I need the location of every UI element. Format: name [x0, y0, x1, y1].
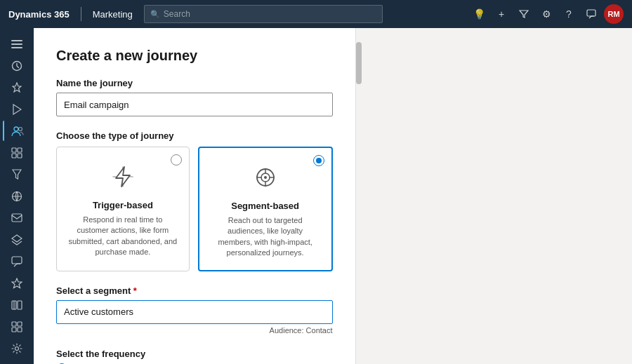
top-nav-icons: 💡 + ⚙ ? RM — [469, 4, 624, 24]
search-bar[interactable]: 🔍 — [144, 5, 383, 23]
brand-name: Dynamics 365 — [8, 9, 70, 20]
svg-rect-17 — [12, 322, 16, 326]
sidebar-item-apps[interactable] — [3, 316, 31, 337]
frequency-label: Select the frequency — [56, 349, 333, 359]
sidebar-item-mail[interactable] — [3, 208, 31, 228]
svg-rect-13 — [12, 257, 22, 264]
audience-note: Audience: Contact — [56, 326, 333, 335]
svg-rect-9 — [12, 154, 16, 158]
main-layout: Create a new journey Name the journey Ch… — [0, 28, 632, 364]
brand-area: Dynamics 365 Marketing — [8, 7, 133, 21]
sidebar-item-pinned[interactable] — [3, 77, 31, 97]
trigger-card-title: Trigger-based — [93, 200, 153, 210]
svg-rect-20 — [18, 328, 22, 332]
svg-rect-12 — [12, 214, 22, 222]
module-name: Marketing — [93, 9, 133, 20]
type-label: Choose the type of journey — [56, 130, 333, 141]
sidebar-item-menu[interactable] — [3, 34, 31, 54]
plus-icon[interactable]: + — [492, 4, 511, 24]
journey-name-input[interactable] — [56, 93, 333, 116]
svg-rect-19 — [12, 328, 16, 332]
svg-point-24 — [264, 176, 267, 179]
sidebar-item-layers[interactable] — [3, 229, 31, 250]
svg-rect-1 — [11, 40, 22, 41]
trigger-based-card[interactable]: Trigger-based Respond in real time to cu… — [56, 147, 190, 271]
chat-icon[interactable] — [581, 4, 601, 24]
segment-section: Select a segment * Audience: Contact — [56, 285, 333, 335]
filter-icon[interactable] — [514, 4, 534, 24]
journey-type-cards: Trigger-based Respond in real time to cu… — [56, 147, 333, 271]
name-label: Name the journey — [56, 78, 333, 88]
form-panel: Create a new journey Name the journey Ch… — [34, 28, 356, 364]
svg-rect-15 — [18, 301, 22, 309]
sidebar-item-books[interactable] — [3, 295, 31, 315]
sidebar-item-globe[interactable] — [3, 186, 31, 206]
sidebar-item-star[interactable] — [3, 273, 31, 293]
search-icon: 🔍 — [150, 10, 160, 19]
segment-card-desc: Reach out to targeted audiences, like lo… — [211, 215, 320, 259]
svg-rect-7 — [12, 148, 16, 152]
svg-rect-0 — [587, 10, 595, 16]
top-navigation: Dynamics 365 Marketing 🔍 💡 + ⚙ ? RM — [0, 0, 632, 28]
svg-rect-8 — [18, 148, 22, 152]
svg-rect-2 — [11, 43, 22, 45]
segment-based-card[interactable]: Segment-based Reach out to targeted audi… — [198, 147, 333, 271]
sidebar — [0, 28, 34, 364]
right-panel — [356, 28, 633, 364]
segment-card-title: Segment-based — [231, 201, 299, 211]
help-icon[interactable]: ? — [559, 4, 579, 24]
svg-point-21 — [15, 346, 19, 350]
trigger-radio[interactable] — [171, 154, 182, 166]
svg-rect-10 — [18, 154, 22, 158]
settings-icon[interactable]: ⚙ — [536, 4, 556, 24]
required-marker: * — [131, 285, 137, 296]
svg-rect-3 — [11, 47, 22, 48]
name-section: Name the journey — [56, 78, 333, 116]
segment-radio[interactable] — [313, 155, 324, 166]
content-area: Create a new journey Name the journey Ch… — [34, 28, 632, 364]
segment-input[interactable] — [56, 300, 333, 324]
segment-icon — [253, 165, 278, 195]
brand-divider — [81, 7, 81, 21]
sidebar-item-grid[interactable] — [3, 142, 31, 163]
svg-rect-18 — [18, 322, 22, 326]
user-avatar[interactable]: RM — [604, 4, 624, 24]
sidebar-item-contacts[interactable] — [3, 121, 31, 141]
sidebar-item-funnel[interactable] — [3, 164, 31, 184]
segment-input-wrapper — [56, 300, 333, 324]
sidebar-item-recent[interactable] — [3, 55, 31, 76]
svg-point-5 — [14, 127, 18, 131]
frequency-section: Select the frequency A one-time journey … — [56, 349, 333, 364]
journey-type-section: Choose the type of journey — [56, 130, 333, 271]
sidebar-item-chat[interactable] — [3, 251, 31, 271]
trigger-card-desc: Respond in real time to customer actions… — [68, 215, 178, 258]
lightbulb-icon[interactable]: 💡 — [469, 4, 489, 24]
sidebar-item-settings[interactable] — [3, 338, 31, 358]
sidebar-item-play[interactable] — [3, 99, 31, 119]
scrollbar-thumb[interactable] — [356, 42, 362, 84]
trigger-icon — [110, 164, 136, 194]
svg-point-6 — [19, 127, 22, 130]
page-title: Create a new journey — [56, 48, 333, 64]
search-input[interactable] — [164, 9, 376, 19]
segment-label: Select a segment * — [56, 285, 333, 296]
